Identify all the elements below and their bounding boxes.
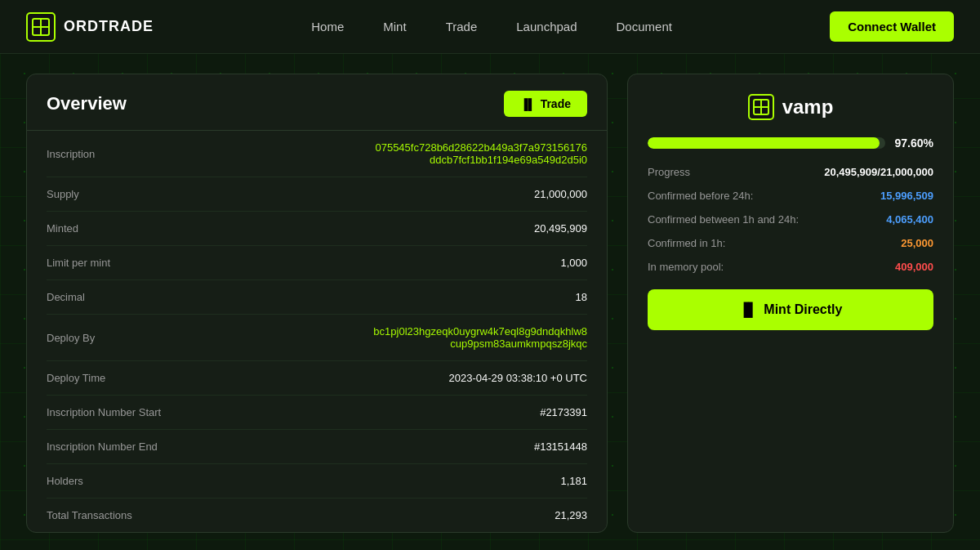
progress-section: 97.60% bbox=[648, 136, 933, 150]
table-row: Supply21,000,000 bbox=[47, 177, 587, 212]
token-panel: vamp 97.60% Progress20,495,909/21,000,00… bbox=[627, 74, 954, 533]
nav-document[interactable]: Document bbox=[617, 20, 672, 34]
mint-chart-icon: ▐▌ bbox=[739, 302, 758, 317]
table-row: Total Transactions21,293 bbox=[47, 499, 587, 532]
token-icon bbox=[748, 94, 774, 120]
stats-section: Progress20,495,909/21,000,000Confirmed b… bbox=[648, 166, 933, 273]
row-label: Inscription Number End bbox=[47, 440, 158, 453]
table-row: Limit per mint1,000 bbox=[47, 246, 587, 280]
logo-text: ORDTRADE bbox=[64, 18, 154, 35]
table-row: Inscription075545fc728b6d28622b449a3f7a9… bbox=[47, 131, 587, 177]
row-label: Deploy By bbox=[47, 332, 95, 344]
row-value: 1,000 bbox=[560, 257, 587, 269]
stat-row: Confirmed in 1h:25,000 bbox=[648, 237, 933, 249]
nav-mint[interactable]: Mint bbox=[383, 20, 406, 34]
stat-label: Confirmed between 1h and 24h: bbox=[648, 213, 799, 226]
row-label: Holders bbox=[47, 475, 83, 487]
stat-value: 15,996,509 bbox=[880, 190, 933, 202]
table-row: Inscription Number End#13151448 bbox=[47, 430, 587, 464]
row-value: 21,000,000 bbox=[534, 188, 587, 200]
row-value: bc1pj0l23hgzeqk0uygrw4k7eql8g9dndqkhlw8 … bbox=[373, 325, 587, 350]
table-row: Holders1,181 bbox=[47, 464, 587, 499]
row-label: Inscription bbox=[47, 148, 95, 160]
row-value: 1,181 bbox=[560, 475, 587, 487]
nav-launchpad[interactable]: Launchpad bbox=[516, 20, 577, 34]
row-label: Decimal bbox=[47, 291, 85, 303]
trade-button[interactable]: ▐▌ Trade bbox=[504, 91, 587, 117]
row-value: 18 bbox=[576, 291, 587, 303]
progress-bar-fill bbox=[648, 137, 880, 149]
stat-label: Confirmed in 1h: bbox=[648, 237, 725, 249]
table-row: Inscription Number Start#2173391 bbox=[47, 396, 587, 430]
row-label: Deploy Time bbox=[47, 372, 105, 384]
row-label: Supply bbox=[47, 188, 79, 200]
overview-panel: Overview ▐▌ Trade Inscription075545fc728… bbox=[26, 74, 608, 533]
row-value: 21,293 bbox=[555, 509, 587, 521]
table-row: Decimal18 bbox=[47, 280, 587, 315]
nav-home[interactable]: Home bbox=[311, 20, 344, 34]
row-label: Limit per mint bbox=[47, 257, 110, 269]
token-name: vamp bbox=[782, 96, 834, 118]
mint-directly-button[interactable]: ▐▌ Mint Directly bbox=[648, 289, 933, 330]
row-value: 2023-04-29 03:38:10 +0 UTC bbox=[449, 372, 587, 384]
table-row: Deploy Time2023-04-29 03:38:10 +0 UTC bbox=[47, 361, 587, 396]
overview-table: Inscription075545fc728b6d28622b449a3f7a9… bbox=[27, 131, 607, 532]
stat-value: 20,495,909/21,000,000 bbox=[824, 166, 933, 178]
overview-title: Overview bbox=[47, 93, 127, 114]
row-label: Minted bbox=[47, 222, 78, 235]
main-nav: Home Mint Trade Launchpad Document bbox=[311, 20, 672, 34]
progress-bar-wrap bbox=[648, 137, 885, 149]
stat-value: 409,000 bbox=[895, 261, 933, 273]
stat-row: Confirmed before 24h:15,996,509 bbox=[648, 190, 933, 202]
table-row: Deploy Bybc1pj0l23hgzeqk0uygrw4k7eql8g9d… bbox=[47, 315, 587, 361]
stat-row: Progress20,495,909/21,000,000 bbox=[648, 166, 933, 178]
nav-trade[interactable]: Trade bbox=[446, 20, 478, 34]
stat-label: In memory pool: bbox=[648, 261, 724, 273]
row-value: #2173391 bbox=[540, 406, 587, 418]
stat-label: Confirmed before 24h: bbox=[648, 190, 753, 202]
row-label: Inscription Number Start bbox=[47, 406, 161, 418]
row-label: Total Transactions bbox=[47, 509, 132, 521]
stat-value: 25,000 bbox=[901, 237, 933, 249]
row-value: 20,495,909 bbox=[534, 222, 587, 235]
logo-icon bbox=[26, 12, 56, 42]
logo-area: ORDTRADE bbox=[26, 12, 154, 42]
connect-wallet-button[interactable]: Connect Wallet bbox=[830, 11, 954, 42]
stat-value: 4,065,400 bbox=[886, 213, 933, 226]
row-value: #13151448 bbox=[534, 440, 587, 453]
table-row: Minted20,495,909 bbox=[47, 212, 587, 246]
chart-icon: ▐▌ bbox=[520, 98, 535, 110]
stat-row: In memory pool:409,000 bbox=[648, 261, 933, 273]
progress-percentage: 97.60% bbox=[895, 136, 933, 150]
stat-label: Progress bbox=[648, 166, 690, 178]
row-value: 075545fc728b6d28622b449a3f7a973156176 dd… bbox=[375, 141, 587, 166]
stat-row: Confirmed between 1h and 24h:4,065,400 bbox=[648, 213, 933, 226]
